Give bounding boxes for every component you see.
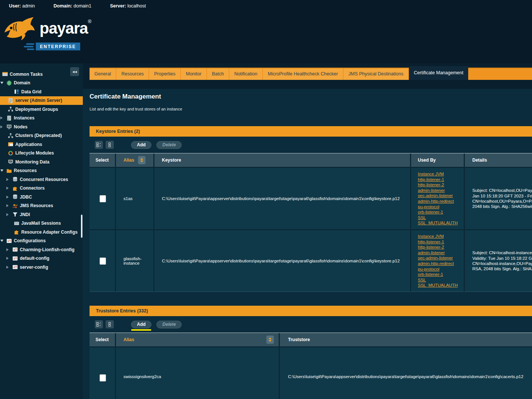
sidebar-collapse-button[interactable]: ◀◀ [70, 67, 79, 76]
deselect-all-button[interactable] [106, 320, 114, 328]
tab-general[interactable]: General [90, 68, 116, 80]
tab-batch[interactable]: Batch [207, 68, 229, 80]
used-by-link-orb-listener-1[interactable]: orb-listener-1 [418, 272, 458, 277]
alias-sort-label[interactable]: Alias [123, 337, 134, 342]
used-by-link-admin-listener[interactable]: admin-listener [418, 188, 458, 193]
sidebar-item-nodes[interactable]: Nodes [0, 122, 83, 131]
sidebar-item-jndi[interactable]: JNDI [0, 210, 83, 219]
server-value: localhost [128, 3, 146, 9]
sidebar-item-label: JNDI [20, 212, 30, 217]
tree-collapsed-arrow-icon[interactable] [6, 213, 12, 216]
tree-collapsed-arrow-icon[interactable] [6, 196, 12, 199]
tree-expanded-arrow-icon[interactable] [0, 240, 6, 242]
keystore-add-button[interactable]: Add [131, 141, 151, 149]
truststore-add-button[interactable]: Add [131, 321, 151, 328]
config-icon [6, 238, 12, 244]
tab-notification[interactable]: Notification [229, 68, 262, 80]
used-by-link-http-listener-1[interactable]: http-listener-1 [418, 239, 458, 245]
used-by-link-ssl-mutualauth[interactable]: SSL_MUTUALAUTH [418, 283, 458, 288]
sort-up-icon [140, 158, 143, 160]
tab-resources[interactable]: Resources [116, 68, 148, 80]
tree-expanded-arrow-icon[interactable] [0, 169, 6, 172]
sidebar-item-jms-resources[interactable]: JMS Resources [0, 202, 83, 211]
sidebar-item-domain[interactable]: Domain [0, 79, 83, 88]
folder-icon [6, 168, 12, 174]
row-checkbox[interactable] [100, 258, 106, 265]
used-by-link-pu-protocol[interactable]: pu-protocol [418, 204, 458, 210]
puzzle-icon [14, 229, 19, 235]
select-all-button[interactable] [95, 320, 103, 328]
sidebar-item-resources[interactable]: Resources [0, 166, 83, 175]
used-by-link-instance-jvm[interactable]: Instance JVM [418, 234, 458, 239]
used-by-link-ssl[interactable]: SSL [418, 215, 458, 221]
tab-microprofile-healthcheck-checker[interactable]: MicroProfile Healthcheck Checker [263, 68, 343, 80]
sidebar-item-applications[interactable]: Applications [0, 140, 83, 149]
alias-sort-label[interactable]: Alias [123, 158, 134, 163]
sort-button[interactable] [266, 336, 274, 344]
sidebar-item-javamail-sessions[interactable]: JavaMail Sessions [0, 219, 83, 228]
sidebar-item-label: Concurrent Resources [20, 177, 68, 182]
sidebar-item-server-config[interactable]: server-config [0, 263, 83, 272]
tree-collapsed-arrow-icon[interactable] [6, 178, 12, 181]
sidebar-item-configurations[interactable]: Configurations [0, 237, 83, 246]
used-by-link-pu-protocol[interactable]: pu-protocol [418, 266, 458, 272]
used-by-link-admin-http-redirect[interactable]: admin-http-redirect [418, 261, 458, 266]
sidebar-item-concurrent-resources[interactable]: Concurrent Resources [0, 175, 83, 184]
sidebar-item-jdbc[interactable]: JDBC [0, 193, 83, 202]
tree-collapsed-arrow-icon[interactable] [0, 116, 6, 119]
used-by-link-admin-listener[interactable]: admin-listener [418, 250, 458, 256]
sidebar-item-clusters-deprecated[interactable]: Clusters (Deprecated) [0, 131, 83, 140]
tree-expanded-arrow-icon[interactable] [0, 82, 6, 84]
sidebar-item-lifecycle-modules[interactable]: Lifecycle Modules [0, 149, 83, 158]
used-by-link-http-listener-1[interactable]: http-listener-1 [418, 177, 458, 183]
sidebar-item-deployment-groups[interactable]: Deployment Groups [0, 105, 83, 114]
used-by-link-orb-listener-1[interactable]: orb-listener-1 [418, 209, 458, 215]
truststore-delete-button[interactable]: Delete [156, 321, 182, 328]
payara-fish-icon [3, 16, 39, 46]
tree-collapsed-arrow-icon[interactable] [0, 125, 6, 128]
row-checkbox[interactable] [100, 374, 106, 381]
select-all-button[interactable] [95, 141, 103, 149]
used-by-link-admin-http-redirect[interactable]: admin-http-redirect [418, 199, 458, 204]
tree-collapsed-arrow-icon[interactable] [6, 248, 12, 251]
tree-collapsed-arrow-icon[interactable] [6, 204, 12, 207]
navigation-sidebar: ◀◀ Common TasksDomainData Gridserver (Ad… [0, 63, 83, 399]
tree-collapsed-arrow-icon[interactable] [6, 266, 12, 269]
used-by-link-http-listener-2[interactable]: http-listener-2 [418, 182, 458, 188]
used-by-link-sec-admin-listener[interactable]: sec-admin-listener [418, 255, 458, 261]
tab-properties[interactable]: Properties [149, 68, 180, 80]
server-icon [6, 115, 12, 121]
tree-collapsed-arrow-icon[interactable] [6, 257, 12, 260]
server-status: Server: localhost [110, 3, 146, 9]
used-by-link-ssl[interactable]: SSL [418, 277, 458, 283]
sidebar-item-label: default-config [20, 256, 49, 261]
sort-button[interactable] [138, 156, 145, 164]
sidebar-item-label: Resources [14, 168, 37, 173]
tab-certificate-management[interactable]: Certificate Management [409, 66, 468, 80]
row-checkbox[interactable] [100, 195, 106, 202]
sidebar-item-data-grid[interactable]: Data Grid [0, 87, 83, 96]
tab-jms-physical-destinations[interactable]: JMS Physical Destinations [344, 68, 408, 80]
deselect-all-button[interactable] [106, 141, 114, 149]
sidebar-item-charming-lionfish-config[interactable]: Charming-Lionfish-config [0, 245, 83, 254]
select-all-icon [96, 142, 101, 147]
sidebar-item-default-config[interactable]: default-config [0, 254, 83, 263]
node-icon [6, 124, 12, 130]
sidebar-item-server-admin-server[interactable]: server (Admin Server) [0, 96, 83, 105]
sidebar-item-resource-adapter-configs[interactable]: Resource Adapter Configs [0, 228, 83, 237]
sidebar-item-instances[interactable]: Instances [0, 114, 83, 123]
used-by-link-ssl-mutualauth[interactable]: SSL_MUTUALAUTH [418, 220, 458, 226]
truststore-section-header: Truststore Entries (332) [90, 306, 532, 316]
sidebar-item-label: server (Admin Server) [15, 98, 62, 103]
tab-monitor[interactable]: Monitor [181, 68, 206, 80]
keystore-delete-button[interactable]: Delete [156, 141, 182, 149]
used-by-link-sec-admin-listener[interactable]: sec-admin-listener [418, 193, 458, 199]
sidebar-item-label: JMS Resources [20, 203, 53, 208]
tree-collapsed-arrow-icon[interactable] [6, 187, 12, 190]
sidebar-item-connectors[interactable]: Connectors [0, 184, 83, 193]
sidebar-item-monitoring-data[interactable]: Monitoring Data [0, 158, 83, 166]
sidebar-scrollbar[interactable] [81, 215, 82, 238]
column-header-usedby: Used By [411, 153, 465, 167]
used-by-link-instance-jvm[interactable]: Instance JVM [418, 171, 458, 177]
used-by-link-http-listener-2[interactable]: http-listener-2 [418, 244, 458, 250]
